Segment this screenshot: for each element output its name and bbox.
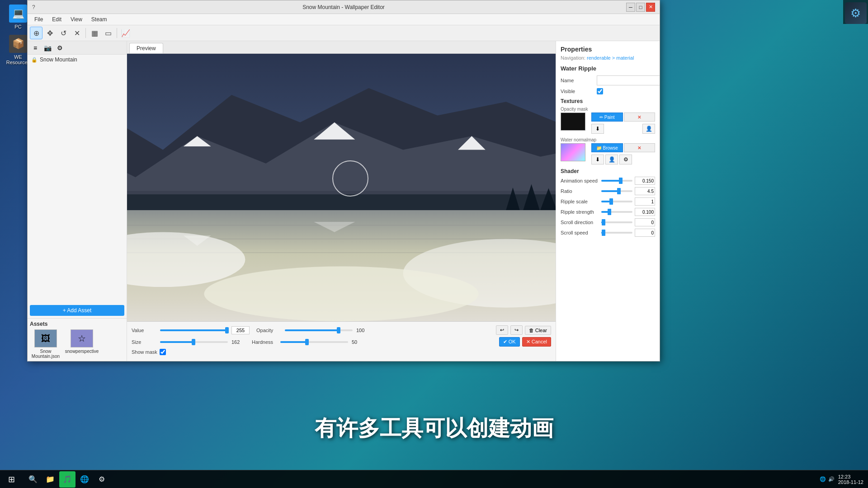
scroll-speed-value[interactable]: 0 xyxy=(635,229,655,237)
taskbar-search[interactable]: 🔍 xyxy=(25,471,41,488)
steam-icon[interactable]: ⚙ xyxy=(845,2,867,24)
asset-name-snowperspective: snowperspective xyxy=(65,349,99,354)
delete-normalmap-button[interactable]: ✕ xyxy=(624,143,656,152)
value-input[interactable]: 255 xyxy=(231,326,250,334)
minimize-button[interactable]: ─ xyxy=(626,3,635,12)
tool-refresh[interactable]: ↺ xyxy=(57,27,70,39)
redo-button[interactable]: ↪ xyxy=(510,325,523,335)
clear-button[interactable]: 🗑 🗑 ClearClear xyxy=(525,326,551,335)
anim-speed-slider[interactable] xyxy=(601,177,632,184)
tool-grid[interactable]: ▦ xyxy=(88,27,101,39)
size-slider[interactable] xyxy=(160,339,228,345)
scroll-direction-value[interactable]: 0 xyxy=(635,218,655,226)
ratio-fill xyxy=(601,190,618,192)
asset-snow-mountain[interactable]: 🖼 SnowMountain.json xyxy=(30,329,61,359)
menu-file[interactable]: File xyxy=(30,15,47,24)
tool-close[interactable]: ✕ xyxy=(71,27,83,39)
menu-edit[interactable]: Edit xyxy=(47,15,66,24)
ripple-strength-label: Ripple strength xyxy=(561,209,599,215)
ripple-strength-thumb[interactable] xyxy=(608,209,611,215)
opacity-slider[interactable] xyxy=(285,327,353,333)
taskbar-chrome[interactable]: 🌐 xyxy=(76,471,93,488)
opacity-mask-icon-btn-1[interactable]: ⬇ xyxy=(591,124,604,134)
opacity-label: Opacity xyxy=(256,328,281,333)
shader-scroll-direction: Scroll direction 0 xyxy=(561,218,655,226)
pc-icon: 💻 xyxy=(9,5,27,23)
title-bar-buttons: ─ □ ✕ xyxy=(626,3,655,12)
cancel-button[interactable]: ✕ Cancel xyxy=(522,337,551,347)
ratio-value[interactable]: 4.5 xyxy=(635,187,655,195)
anim-speed-value[interactable]: 0.150 xyxy=(635,177,655,185)
ripple-scale-slider[interactable] xyxy=(601,198,632,205)
menu-view[interactable]: View xyxy=(66,15,87,24)
ripple-strength-value[interactable]: 0.100 xyxy=(635,208,655,216)
prop-name-input[interactable] xyxy=(597,75,660,85)
add-asset-button[interactable]: + Add Asset xyxy=(30,305,124,316)
scroll-direction-thumb[interactable] xyxy=(602,219,605,225)
scroll-direction-label: Scroll direction xyxy=(561,220,599,225)
ok-button[interactable]: ✔ OK xyxy=(499,337,520,347)
tool-move[interactable]: ⊕ xyxy=(30,27,42,39)
tree-item-snow-mountain[interactable]: 🔒 Snow Mountain xyxy=(28,55,127,65)
browse-button[interactable]: 📁 Browse xyxy=(591,143,623,152)
ripple-scale-thumb[interactable] xyxy=(609,198,613,205)
size-slider-thumb[interactable] xyxy=(192,339,195,345)
panel-tool-list[interactable]: ≡ xyxy=(30,42,41,53)
size-slider-fill xyxy=(160,341,194,343)
panel-tool-settings[interactable]: ⚙ xyxy=(54,42,65,53)
preview-canvas[interactable] xyxy=(127,54,556,321)
asset-thumb-snow-mountain: 🖼 xyxy=(34,329,57,347)
scroll-speed-slider[interactable] xyxy=(601,229,632,236)
normalmap-icon-btn-2[interactable]: 👤 xyxy=(605,155,618,164)
help-button[interactable]: ? xyxy=(32,4,35,10)
taskbar-files[interactable]: 📁 xyxy=(42,471,58,488)
menu-steam[interactable]: Steam xyxy=(87,15,112,24)
show-mask-group: Show mask xyxy=(132,349,166,355)
scroll-speed-thumb[interactable] xyxy=(602,230,605,236)
toolbar-separator-1 xyxy=(85,28,86,38)
control-row-3: Show mask xyxy=(132,349,551,355)
show-mask-label: Show mask xyxy=(132,349,157,355)
ratio-thumb[interactable] xyxy=(617,188,621,194)
preview-tab[interactable]: Preview xyxy=(129,43,163,53)
taskbar-browser[interactable]: 🎵 xyxy=(59,471,75,488)
paint-button[interactable]: ✏ Paint xyxy=(591,113,623,122)
taskbar-settings[interactable]: ⚙ xyxy=(94,471,110,488)
panel-tool-camera[interactable]: 📷 xyxy=(42,42,53,53)
tool-chart[interactable]: 📈 xyxy=(119,27,132,39)
anim-speed-track xyxy=(601,180,632,182)
show-mask-checkbox[interactable] xyxy=(160,349,166,355)
prop-visible-checkbox[interactable] xyxy=(597,88,603,94)
asset-snowperspective[interactable]: ☆ snowperspective xyxy=(66,329,98,359)
close-button[interactable]: ✕ xyxy=(646,3,655,12)
hardness-slider[interactable] xyxy=(280,339,348,345)
tool-rect[interactable]: ▭ xyxy=(102,27,114,39)
ripple-scale-value[interactable]: 1 xyxy=(635,197,655,206)
scroll-direction-slider[interactable] xyxy=(601,219,632,226)
anim-speed-thumb[interactable] xyxy=(619,178,623,184)
desktop: 💻 PC 📦 WE Resources Ai Ae Ps ⚡ ? Snow Mo… xyxy=(0,0,868,488)
water-normalmap-texture: Water normalmap 📁 Browse ✕ ⬇ 👤 ⚙ xyxy=(561,137,655,164)
opacity-mask-icon-btn-2[interactable]: 👤 xyxy=(642,124,655,134)
ratio-label: Ratio xyxy=(561,188,599,194)
nav-link[interactable]: renderable > material xyxy=(587,55,634,61)
ratio-slider[interactable] xyxy=(601,188,632,195)
right-panel: Properties Navigation: renderable > mate… xyxy=(556,41,660,361)
undo-button[interactable]: ↩ xyxy=(496,325,508,335)
value-slider[interactable] xyxy=(160,327,228,333)
start-button[interactable]: ⊞ xyxy=(0,470,23,488)
value-slider-thumb[interactable] xyxy=(225,327,229,333)
water-ripple-title: Water Ripple xyxy=(561,65,655,72)
opacity-slider-thumb[interactable] xyxy=(337,327,340,333)
hardness-slider-thumb[interactable] xyxy=(305,339,309,345)
normalmap-icon-btn-3[interactable]: ⚙ xyxy=(619,155,632,164)
tool-transform[interactable]: ✥ xyxy=(43,27,56,39)
maximize-button[interactable]: □ xyxy=(636,3,645,12)
preview-tab-bar: Preview xyxy=(127,41,556,54)
normalmap-icon-btn-1[interactable]: ⬇ xyxy=(591,155,604,164)
date-display: 2018-11-12 xyxy=(838,479,863,485)
anim-speed-fill xyxy=(601,180,620,182)
delete-opacity-mask-button[interactable]: ✕ xyxy=(624,113,656,122)
taskbar-tray: 🌐 🔊 xyxy=(820,476,835,482)
ripple-strength-slider[interactable] xyxy=(601,208,632,216)
